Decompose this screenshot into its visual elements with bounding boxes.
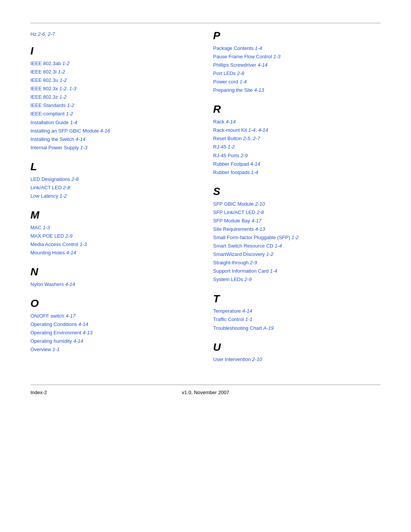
section-P: P Package Contents 1-4 Pause Frame Flow … xyxy=(213,30,381,94)
entry-system-leds[interactable]: System LEDs 2-9 xyxy=(213,275,381,284)
entry-ieee-802-3ab[interactable]: IEEE 802.3ab 1-2 xyxy=(30,59,190,68)
letter-N: N xyxy=(30,266,190,278)
right-column: P Package Contents 1-4 Pause Frame Flow … xyxy=(206,30,381,373)
section-S: S SFP GBIC Module 2-10 SFP Link/ACT LED … xyxy=(213,186,381,284)
letter-T: T xyxy=(213,293,381,305)
section-N: N Nylon Washers 4-14 xyxy=(30,266,190,289)
letter-L: L xyxy=(30,161,190,173)
entry-media-access-control[interactable]: Media Access Control 1-3 xyxy=(30,240,190,249)
section-T: T Temperature 4-14 Traffic Control 1-1 T… xyxy=(213,293,381,332)
entry-installation-guide[interactable]: Installation Guide 1-4 xyxy=(30,118,190,127)
section-R: R Rack 4-14 Rack-mount Kit 1-4, 4-14 Res… xyxy=(213,104,381,176)
entry-ieee-standards[interactable]: IEEE Standards 1-2 xyxy=(30,101,190,110)
letter-O: O xyxy=(30,298,190,310)
entry-link-act-led[interactable]: Link/ACT LED 2-8 xyxy=(30,184,190,192)
entry-smart-switch-resource-cd[interactable]: Smart Switch Resource CD 1-4 xyxy=(213,242,381,250)
entry-mounting-holes[interactable]: Mounting Holes 4-14 xyxy=(30,249,190,257)
entry-ieee-802-3u[interactable]: IEEE 802.3u 1-2 xyxy=(30,76,190,85)
entry-rubber-footpads[interactable]: Rubber footpads 1-4 xyxy=(213,168,381,177)
entry-small-form-factor-pluggable[interactable]: Small Form-factor Pluggable (SFP) 1-2 xyxy=(213,233,381,242)
section-U: U User Intervention 2-10 xyxy=(213,342,381,364)
entry-sfp-module-bay[interactable]: SFP Module Bay 4-17 xyxy=(213,217,381,225)
entry-led-designations[interactable]: LED Designations 2-8 xyxy=(30,175,190,184)
letter-R: R xyxy=(213,104,381,115)
section-M: M MAC 1-3 MAX POE LED 2-9 Media Access C… xyxy=(30,209,190,257)
entry-sfp-link-act-led[interactable]: SFP Link/ACT LED 2-8 xyxy=(213,208,381,217)
entry-internal-power-supply[interactable]: Internal Power Supply 1-3 xyxy=(30,144,190,152)
letter-I: I xyxy=(30,45,190,57)
entry-straight-through[interactable]: Straight-through 2-9 xyxy=(213,259,381,267)
entry-rj45-ports[interactable]: RJ-45 Ports 2-9 xyxy=(213,152,381,160)
entry-temperature[interactable]: Temperature 4-14 xyxy=(213,307,381,315)
entry-site-requirements[interactable]: Site Requirements 4-13 xyxy=(213,225,381,233)
footer: Index-2 v1.0, November 2007 xyxy=(30,390,381,395)
entry-installing-switch[interactable]: Installing the Switch 4-14 xyxy=(30,135,190,144)
letter-P: P xyxy=(213,30,381,42)
entry-rubber-footpad[interactable]: Rubber Footpad 4-14 xyxy=(213,160,381,168)
entry-user-intervention[interactable]: User Intervention 2-10 xyxy=(213,355,381,364)
entry-sfp-gbic-module[interactable]: SFP GBIC Module 2-10 xyxy=(213,200,381,208)
letter-M: M xyxy=(30,209,190,221)
index-content: Hz 2-6, 2-7 I IEEE 802.3ab 1-2 IEEE 802.… xyxy=(30,30,381,373)
section-I: I IEEE 802.3ab 1-2 IEEE 802.3i 1-2 IEEE … xyxy=(30,45,190,152)
letter-U: U xyxy=(213,342,381,353)
entry-operating-conditions[interactable]: Operating Conditions 4-14 xyxy=(30,320,190,329)
entry-mac[interactable]: MAC 1-3 xyxy=(30,224,190,232)
left-column: Hz 2-6, 2-7 I IEEE 802.3ab 1-2 IEEE 802.… xyxy=(30,30,206,373)
letter-S: S xyxy=(213,186,381,198)
entry-ieee-802-3z[interactable]: IEEE 802.3z 1-2 xyxy=(30,93,190,101)
entry-low-latency[interactable]: Low Latency 1-2 xyxy=(30,192,190,200)
entry-rj45[interactable]: RJ-45 1-2 xyxy=(213,143,381,151)
entry-phillips-screwdriver[interactable]: Phillips Screwdriver 4-14 xyxy=(213,61,381,69)
hz-entry[interactable]: Hz 2-6, 2-7 xyxy=(30,30,190,38)
page: Hz 2-6, 2-7 I IEEE 802.3ab 1-2 IEEE 802.… xyxy=(0,0,411,532)
entry-power-cord[interactable]: Power cord 1-4 xyxy=(213,78,381,86)
bottom-rule xyxy=(30,385,381,385)
entry-rack-mount-kit[interactable]: Rack-mount Kit 1-4, 4-14 xyxy=(213,126,381,134)
entry-reset-button[interactable]: Reset Button 2-5, 2-7 xyxy=(213,134,381,143)
entry-rack[interactable]: Rack 4-14 xyxy=(213,118,381,126)
entry-package-contents[interactable]: Package Contents 1-4 xyxy=(213,44,381,53)
entry-nylon-washers[interactable]: Nylon Washers 4-14 xyxy=(30,280,190,289)
entry-ieee-802-3i[interactable]: IEEE 802.3i 1-2 xyxy=(30,68,190,76)
entry-traffic-control[interactable]: Traffic Control 1-1 xyxy=(213,315,381,324)
section-L: L LED Designations 2-8 Link/ACT LED 2-8 … xyxy=(30,161,190,200)
footer-index-label: Index-2 xyxy=(30,390,47,395)
entry-onoff-switch[interactable]: ON/OFF switch 4-17 xyxy=(30,312,190,320)
footer-version: v1.0, November 2007 xyxy=(182,390,229,395)
entry-ieee-compliant[interactable]: IEEE-compliant 1-2 xyxy=(30,110,190,118)
entry-ieee-802-3x[interactable]: IEEE 802.3x 1-2, 1-3 xyxy=(30,85,190,93)
entry-preparing-the-site[interactable]: Preparing the Site 4-13 xyxy=(213,86,381,94)
section-O: O ON/OFF switch 4-17 Operating Condition… xyxy=(30,298,190,354)
entry-troubleshooting-chart[interactable]: Troubleshooting Chart A-19 xyxy=(213,324,381,332)
entry-operating-humidity[interactable]: Operating humidity 4-14 xyxy=(30,337,190,345)
entry-smartwizard-discovery[interactable]: SmartWizard Discovery 1-2 xyxy=(213,250,381,259)
entry-operating-environment[interactable]: Operating Environment 4-13 xyxy=(30,329,190,337)
entry-max-poe-led[interactable]: MAX POE LED 2-9 xyxy=(30,232,190,240)
entry-installing-sfp-gbic[interactable]: Installing an SFP GBIC Module 4-16 xyxy=(30,127,190,135)
entry-support-information-card[interactable]: Support Information Card 1-4 xyxy=(213,267,381,275)
entry-port-leds[interactable]: Port LEDs 2-8 xyxy=(213,69,381,78)
entry-pause-frame-flow-control[interactable]: Pause Frame Flow Control 1-3 xyxy=(213,53,381,61)
entry-overview[interactable]: Overview 1-1 xyxy=(30,345,190,354)
top-rule xyxy=(30,23,381,23)
hz-section: Hz 2-6, 2-7 xyxy=(30,30,190,38)
